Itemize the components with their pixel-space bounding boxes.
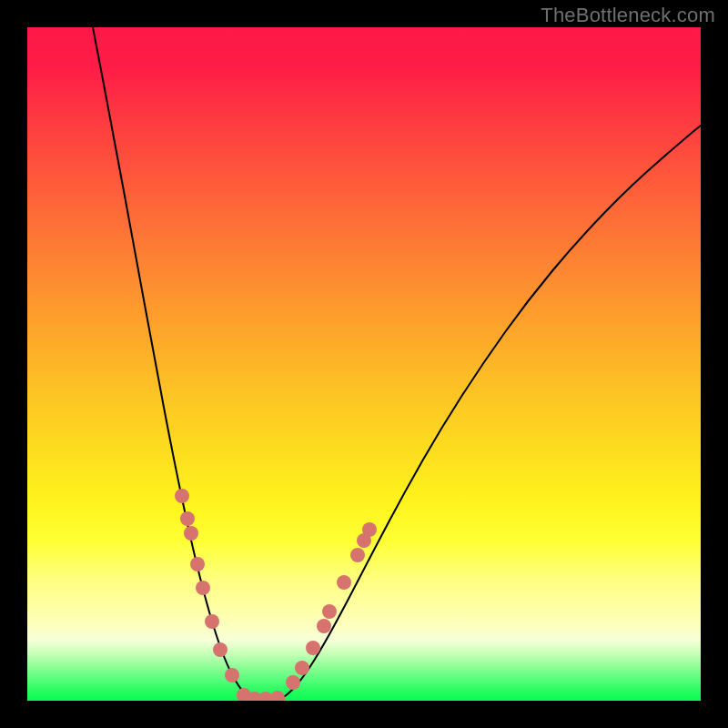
dots-layer	[175, 489, 377, 701]
dot-right-2	[306, 641, 320, 655]
dot-right-6	[350, 548, 365, 562]
dot-left-6	[213, 642, 228, 657]
left-curve	[93, 27, 257, 701]
dot-right-1	[295, 661, 309, 675]
dot-left-7	[225, 668, 239, 682]
dot-left-1	[180, 511, 195, 526]
dot-left-0	[175, 489, 189, 503]
dot-left-3	[190, 557, 205, 571]
dot-right-4	[322, 604, 337, 619]
dot-right-0	[286, 675, 300, 690]
right-curve	[278, 126, 701, 701]
dot-left-5	[205, 614, 219, 629]
dot-left-2	[184, 526, 198, 541]
plot-area	[27, 27, 701, 701]
watermark-label: TheBottleneck.com	[541, 4, 715, 27]
dot-right-8	[362, 522, 377, 537]
stage: TheBottleneck.com	[0, 0, 728, 728]
chart-svg	[27, 27, 701, 701]
dot-bottom-3	[270, 691, 285, 701]
dot-right-3	[317, 619, 331, 633]
dot-left-4	[196, 581, 210, 595]
dot-right-5	[337, 575, 351, 590]
